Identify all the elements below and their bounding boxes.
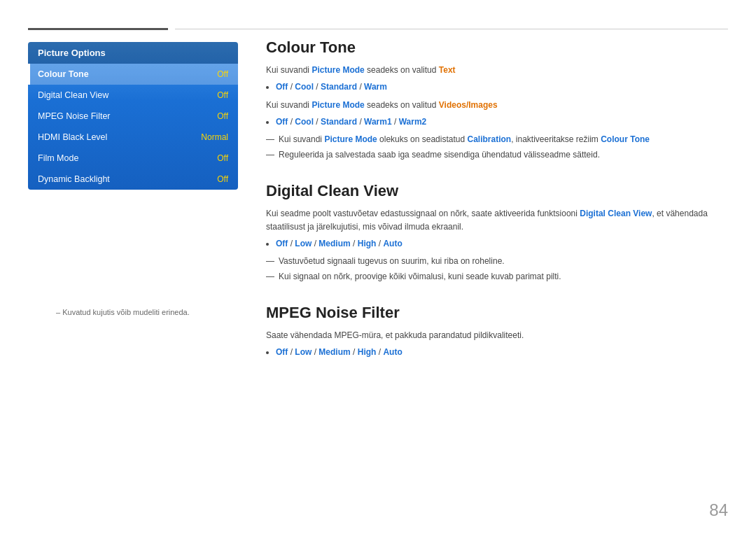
colour-tone-bullets-1: Off / Cool / Standard / Warm [266, 80, 728, 94]
cool2-highlight: Cool [295, 117, 314, 127]
mpeg-bullets: Off / Low / Medium / High / Auto [266, 345, 728, 359]
left-panel: Picture Options Colour Tone Off Digital … [28, 42, 238, 190]
sidebar-footnote: – Kuvatud kujutis võib mudeliti erineda. [56, 308, 190, 316]
dcv-off-highlight: Off [276, 239, 288, 248]
off-highlight: Off [276, 82, 288, 92]
dcv-para1: Kui seadme poolt vastuvõetav edastussign… [266, 207, 728, 234]
menu-item-value: Off [217, 90, 228, 100]
bullet-item: Off / Low / Medium / High / Auto [276, 237, 728, 251]
warm1-highlight: Warm1 [364, 117, 392, 127]
dark-line [28, 28, 168, 30]
menu-item-label: Dynamic Backlight [38, 174, 110, 184]
em-dash-1: Kui suvandi Picture Mode olekuks on sead… [266, 133, 728, 146]
warm-highlight: Warm [364, 82, 387, 92]
dcv-bullets: Off / Low / Medium / High / Auto [266, 237, 728, 251]
colour-tone-para2: Kui suvandi Picture Mode seadeks on vali… [266, 99, 728, 112]
bullet-item: Off / Cool / Standard / Warm [276, 80, 728, 94]
right-content: Colour Tone Kui suvandi Picture Mode sea… [266, 38, 728, 506]
colour-tone-highlight: Colour Tone [601, 134, 650, 144]
menu-item-value: Normal [201, 132, 228, 142]
top-decoration [0, 28, 756, 29]
picture-mode-highlight-2: Picture Mode [312, 100, 364, 110]
section-body-mpeg: Saate vähendada MPEG-müra, et pakkuda pa… [266, 329, 728, 360]
section-title-digital-clean-view: Digital Clean View [266, 182, 728, 200]
warm2-highlight: Warm2 [399, 117, 427, 127]
picture-options-menu: Picture Options Colour Tone Off Digital … [28, 42, 238, 190]
mpeg-para1: Saate vähendada MPEG-müra, et pakkuda pa… [266, 329, 728, 342]
standard-highlight: Standard [321, 82, 357, 92]
menu-item-label: HDMI Black Level [38, 132, 107, 142]
menu-item-digital-clean-view[interactable]: Digital Clean View Off [28, 85, 238, 106]
text-highlight: Text [439, 65, 456, 75]
dcv-auto-highlight: Auto [383, 239, 402, 248]
standard2-highlight: Standard [321, 117, 357, 127]
off2-highlight: Off [276, 117, 288, 127]
bullet-item: Off / Cool / Standard / Warm1 / Warm2 [276, 115, 728, 129]
menu-item-colour-tone[interactable]: Colour Tone Off [28, 64, 238, 85]
menu-item-label: Film Mode [38, 153, 78, 163]
menu-item-hdmi-black-level[interactable]: HDMI Black Level Normal [28, 127, 238, 148]
section-title-colour-tone: Colour Tone [266, 38, 728, 57]
page-number: 84 [709, 500, 728, 520]
menu-item-mpeg-noise-filter[interactable]: MPEG Noise Filter Off [28, 106, 238, 127]
section-title-mpeg: MPEG Noise Filter [266, 304, 728, 322]
mpeg-medium-highlight: Medium [318, 347, 350, 357]
picture-mode-highlight-1: Picture Mode [312, 65, 364, 75]
calibration-highlight: Calibration [467, 134, 511, 144]
mpeg-auto-highlight: Auto [383, 347, 402, 357]
mpeg-low-highlight: Low [295, 347, 312, 357]
light-line [175, 29, 728, 29]
videos-images-highlight: Videos/Images [439, 100, 498, 110]
section-colour-tone: Colour Tone Kui suvandi Picture Mode sea… [266, 38, 728, 162]
menu-item-label: MPEG Noise Filter [38, 111, 111, 121]
colour-tone-para1: Kui suvandi Picture Mode seadeks on vali… [266, 64, 728, 77]
section-digital-clean-view: Digital Clean View Kui seadme poolt vast… [266, 182, 728, 284]
dcv-em-dash-2: Kui signaal on nõrk, proovige kõiki võim… [266, 270, 728, 283]
section-body-digital-clean-view: Kui seadme poolt vastuvõetav edastussign… [266, 207, 728, 284]
dcv-em-dash-1: Vastuvõetud signaali tugevus on suurim, … [266, 255, 728, 268]
menu-item-value: Off [217, 153, 228, 163]
menu-item-dynamic-backlight[interactable]: Dynamic Backlight Off [28, 169, 238, 190]
dcv-highlight: Digital Clean View [580, 209, 652, 218]
section-mpeg-noise-filter: MPEG Noise Filter Saate vähendada MPEG-m… [266, 304, 728, 360]
menu-item-label: Colour Tone [38, 69, 89, 79]
picture-mode-highlight-3: Picture Mode [324, 134, 377, 144]
menu-item-value: Off [217, 111, 228, 121]
mpeg-high-highlight: High [358, 347, 377, 357]
mpeg-off-highlight: Off [276, 347, 288, 357]
dcv-medium-highlight: Medium [318, 239, 350, 248]
menu-item-film-mode[interactable]: Film Mode Off [28, 148, 238, 169]
menu-item-value: Off [217, 174, 228, 184]
dcv-high-highlight: High [358, 239, 377, 248]
dcv-low-highlight: Low [295, 239, 312, 248]
cool-highlight: Cool [295, 82, 314, 92]
colour-tone-bullets-2: Off / Cool / Standard / Warm1 / Warm2 [266, 115, 728, 129]
menu-item-label: Digital Clean View [38, 90, 108, 100]
em-dash-2: Reguleerida ja salvestada saab iga seadm… [266, 148, 728, 162]
bullet-item: Off / Low / Medium / High / Auto [276, 345, 728, 359]
menu-item-value: Off [217, 69, 228, 79]
section-body-colour-tone: Kui suvandi Picture Mode seadeks on vali… [266, 64, 728, 162]
menu-title: Picture Options [28, 42, 238, 64]
